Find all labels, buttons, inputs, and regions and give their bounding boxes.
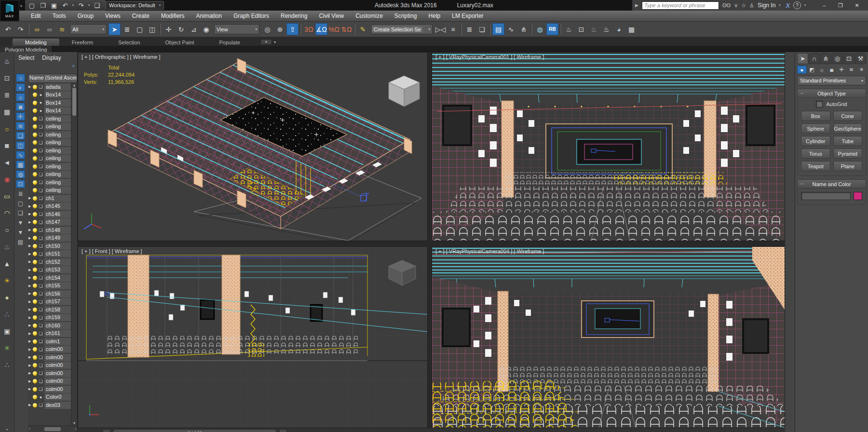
object-name-label[interactable]: ch161	[44, 330, 71, 337]
undo-icon[interactable]: ↶	[2, 23, 14, 35]
visibility-bulb-icon[interactable]	[33, 395, 37, 399]
viewport-orthographic[interactable]: [ + ] [ Orthographic ] [ Wireframe ] Tot…	[78, 52, 428, 241]
percent-snap-icon[interactable]: %Ω	[328, 23, 340, 35]
object-name-label[interactable]: ch1	[44, 195, 71, 202]
toolbar-button[interactable]	[531, 24, 532, 35]
viewport-camera001[interactable]: [ + ] [ VRayPhysicalCamera001 ] [ Wirefr…	[432, 52, 785, 241]
object-name-label[interactable]: ch158	[44, 306, 71, 313]
filter-none-icon[interactable]: ○	[16, 74, 25, 82]
expand-arrow-icon[interactable]: ▶	[28, 308, 32, 311]
list-item[interactable]: ▶ ❏ ch1	[28, 194, 71, 202]
a360-render-icon[interactable]: ◕	[613, 23, 625, 35]
object-name-label[interactable]: ceiling	[44, 171, 71, 178]
restore-button[interactable]: ❐	[832, 0, 849, 10]
filter-bones-icon[interactable]: ⊡	[16, 180, 25, 188]
expand-arrow-icon[interactable]: ▶	[28, 355, 32, 359]
menu-item[interactable]: Civil View	[313, 11, 350, 21]
autogrid-checkbox[interactable]	[816, 101, 823, 108]
redo-icon[interactable]: ↷	[14, 23, 27, 35]
expand-arrow-icon[interactable]: ▶	[28, 236, 32, 240]
expand-arrow-icon[interactable]: ▶	[28, 379, 32, 383]
list-item[interactable]: ▶ ● Box14	[28, 91, 71, 99]
primitive-button[interactable]: Cylinder	[801, 136, 830, 146]
menu-item[interactable]: LM Exporter	[446, 11, 489, 21]
cameras-category[interactable]: ◙	[827, 66, 837, 74]
filter-funnel-icon[interactable]: ▼	[16, 218, 25, 227]
visibility-bulb-icon[interactable]	[33, 308, 37, 312]
visibility-bulb-icon[interactable]	[33, 188, 37, 192]
expand-arrow-icon[interactable]: ▶	[28, 403, 32, 407]
menu-item[interactable]: Edit	[25, 11, 47, 21]
edit-named-sets-icon[interactable]: ✎	[357, 23, 369, 35]
list-item[interactable]: ▶ ❏ ch146	[28, 210, 71, 218]
render-production-icon[interactable]: ♨	[600, 23, 612, 35]
object-name-label[interactable]: adada	[44, 83, 71, 91]
object-name-label[interactable]: ch152	[44, 258, 71, 266]
list-item[interactable]: ▶ ❏ des03	[28, 401, 71, 409]
expand-arrow-icon[interactable]: ▶	[28, 212, 32, 216]
light-lister-icon[interactable]: ≣	[2, 90, 13, 100]
visibility-bulb-icon[interactable]	[33, 212, 37, 216]
select-place-icon[interactable]: ◉	[200, 23, 212, 35]
favorites-icon[interactable]: ☆	[741, 2, 746, 9]
expand-arrow-icon[interactable]: ▶	[28, 300, 32, 304]
expand-arrow-icon[interactable]: ▶	[28, 244, 32, 248]
display-list-icon[interactable]: ≣	[16, 189, 25, 198]
object-name-label[interactable]: ceiling	[44, 139, 71, 146]
visibility-bulb-icon[interactable]	[33, 324, 37, 328]
toggle-scene-explorer-icon[interactable]: ▤	[492, 23, 504, 35]
project-folder-icon[interactable]: ❏	[92, 1, 102, 10]
visibility-bulb-icon[interactable]	[33, 331, 37, 336]
filter-spacewarps-icon[interactable]: ≋	[16, 122, 25, 130]
display-columns-icon[interactable]: ▤	[16, 238, 25, 246]
helpers-category[interactable]: ✛	[837, 66, 846, 74]
redo-icon[interactable]: ↷	[76, 1, 86, 10]
filter-helpers-icon[interactable]: ✛	[16, 112, 25, 121]
workspace-selector[interactable]: Workspace: Default ▾	[106, 1, 164, 10]
expand-arrow-icon[interactable]: ▶	[28, 316, 32, 320]
render-window-icon[interactable]: ⊡	[2, 73, 13, 83]
display-blank-icon[interactable]: ▢	[16, 199, 25, 207]
object-type-rollout-header[interactable]: − Object Type	[798, 89, 866, 98]
spinner-snap-icon[interactable]: ⇅Ω	[340, 23, 353, 35]
sphere-object-icon[interactable]: ●	[2, 292, 13, 303]
name-color-rollout-header[interactable]: − Name and Color	[798, 180, 866, 189]
list-item[interactable]: ▶ ❏ ceiling	[28, 162, 71, 171]
scatter-icon[interactable]: ∴	[2, 309, 13, 320]
visibility-bulb-icon[interactable]	[33, 164, 37, 169]
expand-arrow-icon[interactable]: ▶	[28, 339, 32, 343]
list-item[interactable]: ▶ ❏ ch145	[28, 202, 71, 211]
visibility-bulb-icon[interactable]	[33, 268, 37, 272]
explorer-horizontal-scrollbar[interactable]: ‹ ›	[28, 425, 77, 432]
menu-item[interactable]: Create	[126, 11, 155, 21]
object-name-label[interactable]: Color0	[44, 393, 71, 401]
wire-teapot-icon[interactable]: ♨	[2, 242, 13, 252]
link-icon[interactable]: ∞	[31, 23, 43, 35]
close-button[interactable]: ✕	[849, 0, 865, 10]
primitive-button[interactable]: Torus	[801, 148, 830, 159]
visibility-bulb-icon[interactable]	[33, 93, 37, 97]
rect-selection-region-icon[interactable]: ▢	[134, 23, 146, 35]
asset-tracker-icon[interactable]: ▦	[2, 107, 13, 117]
list-item[interactable]: ▶ ❏ ceiling	[28, 178, 71, 187]
expand-arrow-icon[interactable]: ▶	[28, 252, 32, 256]
explorer-vertical-scrollbar[interactable]: ▲ ▼	[71, 83, 77, 425]
viewport-label[interactable]: [ + ] [ Orthographic ] [ Wireframe ]	[81, 54, 161, 60]
undo-icon[interactable]: ↶	[60, 1, 70, 10]
visibility-bulb-icon[interactable]	[33, 172, 37, 176]
modify-tab[interactable]: ∩	[809, 53, 820, 64]
expand-arrow-icon[interactable]: ▶	[28, 324, 32, 327]
object-name-label[interactable]: Box14	[44, 107, 71, 114]
ribbon-tab[interactable]: Object Paint	[153, 39, 207, 46]
expand-arrow-icon[interactable]: ▶	[28, 228, 32, 232]
list-item[interactable]: ▶ ❏ colm00	[28, 369, 71, 378]
visibility-bulb-icon[interactable]	[33, 387, 37, 392]
object-name-label[interactable]: ch159	[44, 314, 71, 321]
list-item[interactable]: ▶ ❏ ch148	[28, 226, 71, 234]
toolbar-button[interactable]	[560, 24, 561, 35]
visibility-bulb-icon[interactable]	[33, 117, 37, 121]
lights-category[interactable]: ☼	[817, 66, 827, 74]
display-tab[interactable]: ⊡	[843, 53, 854, 64]
projector-light-icon[interactable]: ◄	[2, 157, 13, 168]
list-item[interactable]: ▶ ● Color0	[28, 393, 71, 402]
